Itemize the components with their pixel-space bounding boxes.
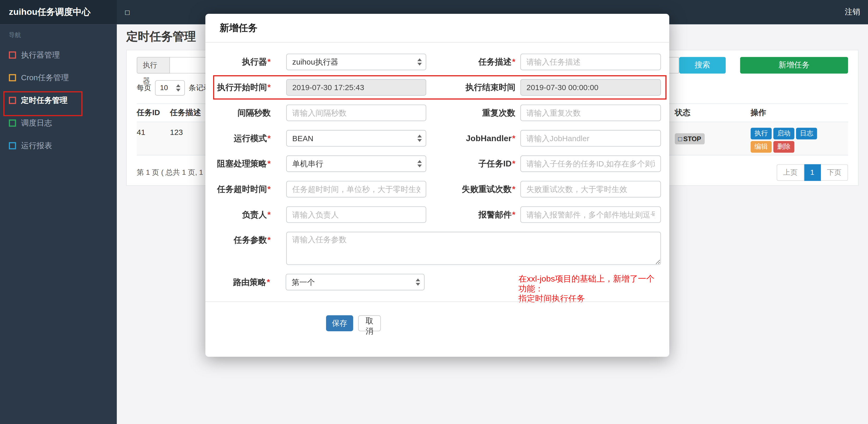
route-strategy-select[interactable]: 第一个 <box>285 274 424 290</box>
start-time-label: 执行开始时间* <box>206 79 271 96</box>
child-task-input[interactable] <box>520 156 661 172</box>
select-arrows-icon <box>415 279 420 286</box>
task-desc-label: 任务描述* <box>426 54 515 70</box>
repeat-count-label: 重复次数 <box>426 104 515 121</box>
form-row-run-mode: 运行模式* BEAN JobHandler* <box>206 130 661 146</box>
sidebar: 导航 执行器管理 Cron任务管理 定时任务管理 调度日志 运行报表 <box>0 24 117 424</box>
modal-title: 新增任务 <box>206 14 670 42</box>
repeat-count-input[interactable] <box>520 104 661 121</box>
modal-body: 执行器* zuihou执行器 任务描述* 执行开始时间* 执行结束时间 间隔秒数 <box>206 43 670 290</box>
end-time-label: 执行结束时间 <box>426 79 515 96</box>
interval-input[interactable] <box>286 104 426 121</box>
square-icon <box>9 74 16 81</box>
child-task-label: 子任务ID* <box>426 156 515 172</box>
status-badge: □ STOP <box>675 133 705 144</box>
sidebar-item-label: 运行报表 <box>21 141 52 151</box>
jobhandler-label: JobHandler* <box>426 130 515 146</box>
start-time-input[interactable] <box>286 79 426 96</box>
block-strategy-select[interactable]: 单机串行 <box>286 156 426 172</box>
square-icon <box>9 52 16 59</box>
pagination: 上页 1 下页 <box>776 164 848 181</box>
select-arrows-icon <box>417 160 422 167</box>
run-mode-select[interactable]: BEAN <box>286 130 426 146</box>
col-task-id: 任务ID <box>137 108 170 118</box>
form-row-timeout: 任务超时时间* 失败重试次数* <box>206 181 661 197</box>
retry-count-input[interactable] <box>520 181 661 197</box>
form-row-exec-time: 执行开始时间* 执行结束时间 <box>206 79 661 96</box>
save-button[interactable]: 保存 <box>326 316 353 331</box>
sidebar-item-label: 定时任务管理 <box>21 95 67 105</box>
run-button[interactable]: 执行 <box>751 128 772 140</box>
sidebar-item-cron-task-mgmt[interactable]: Cron任务管理 <box>0 66 117 89</box>
select-arrows-icon <box>417 135 422 142</box>
form-row-route-strategy: 路由策略* 第一个 在xxl-jobs项目的基础上，新增了一个功能： 指定时间执… <box>206 274 661 290</box>
task-params-textarea[interactable] <box>286 232 661 265</box>
executor-label: 执行器* <box>206 54 271 70</box>
sidebar-collapse-icon[interactable]: □ <box>125 8 129 17</box>
square-icon <box>9 142 16 150</box>
per-page-select[interactable]: 10 <box>155 80 185 96</box>
col-status: 状态 <box>675 108 751 118</box>
form-row-owner: 负责人* 报警邮件* <box>206 206 661 223</box>
page-info: 第 1 页 ( 总共 1 页, 1 <box>137 167 203 177</box>
end-time-input[interactable] <box>520 79 661 96</box>
add-task-modal: 新增任务 执行器* zuihou执行器 任务描述* 执行开始时间* 执行结束时间 <box>206 14 670 357</box>
cell-task-id: 41 <box>137 122 170 136</box>
run-mode-label: 运行模式* <box>206 130 271 146</box>
owner-label: 负责人* <box>206 206 271 223</box>
timeout-input[interactable] <box>286 181 426 197</box>
nav-section-label: 导航 <box>0 24 117 43</box>
task-params-label: 任务参数* <box>206 232 271 265</box>
modal-footer: 保存 取消 <box>206 301 670 360</box>
alarm-email-label: 报警邮件* <box>426 206 515 223</box>
search-button[interactable]: 搜索 <box>679 57 726 74</box>
stop-square-icon: □ <box>678 135 682 143</box>
per-page-prefix: 每页 <box>137 83 151 93</box>
start-button[interactable]: 启动 <box>773 128 795 140</box>
select-arrows-icon <box>176 85 180 92</box>
block-strategy-label: 阻塞处理策略* <box>206 156 271 172</box>
form-row-executor: 执行器* zuihou执行器 任务描述* <box>206 54 661 70</box>
cell-actions: 执行 启动 日志 编辑 删除 <box>751 122 848 153</box>
current-page-button[interactable]: 1 <box>804 164 821 181</box>
next-page-button[interactable]: 下页 <box>821 164 848 181</box>
form-row-task-params: 任务参数* <box>206 232 661 265</box>
owner-input[interactable] <box>286 206 426 223</box>
square-icon <box>9 97 16 104</box>
cancel-button[interactable]: 取消 <box>358 316 381 331</box>
delete-button[interactable]: 删除 <box>773 141 795 153</box>
prev-page-button[interactable]: 上页 <box>776 164 804 181</box>
timeout-label: 任务超时时间* <box>206 181 271 197</box>
app: zuihou任务调度中心 □ 注销 导航 执行器管理 Cron任务管理 定时任务… <box>0 0 868 424</box>
col-actions: 操作 <box>751 108 848 118</box>
route-strategy-label: 路由策略* <box>206 274 270 290</box>
interval-label: 间隔秒数 <box>206 104 271 121</box>
sidebar-item-timed-task-mgmt[interactable]: 定时任务管理 <box>0 89 117 112</box>
sidebar-item-dispatch-log[interactable]: 调度日志 <box>0 112 117 134</box>
log-button[interactable]: 日志 <box>796 128 817 140</box>
sidebar-item-label: 执行器管理 <box>21 50 60 60</box>
form-row-block-strategy: 阻塞处理策略* 单机串行 子任务ID* <box>206 156 661 172</box>
executor-select[interactable]: zuihou执行器 <box>286 54 426 70</box>
jobhandler-input[interactable] <box>520 130 661 146</box>
retry-count-label: 失败重试次数* <box>426 181 515 197</box>
form-row-interval: 间隔秒数 重复次数 <box>206 104 661 121</box>
sidebar-item-run-report[interactable]: 运行报表 <box>0 134 117 157</box>
square-icon <box>9 120 16 127</box>
add-task-button[interactable]: 新增任务 <box>740 57 848 74</box>
select-arrows-icon <box>417 58 422 66</box>
feature-hint-text: 在xxl-jobs项目的基础上，新增了一个功能： 指定时间执行任务 <box>519 274 661 290</box>
sidebar-item-label: Cron任务管理 <box>21 73 69 83</box>
logout-link[interactable]: 注销 <box>845 7 860 17</box>
sidebar-item-executor-mgmt[interactable]: 执行器管理 <box>0 44 117 66</box>
edit-button[interactable]: 编辑 <box>751 141 772 153</box>
app-brand[interactable]: zuihou任务调度中心 <box>0 0 117 24</box>
sidebar-item-label: 调度日志 <box>21 118 52 128</box>
executor-filter-label: 执行器 <box>137 57 170 74</box>
alarm-email-input[interactable] <box>520 206 661 223</box>
task-desc-input[interactable] <box>520 54 661 70</box>
